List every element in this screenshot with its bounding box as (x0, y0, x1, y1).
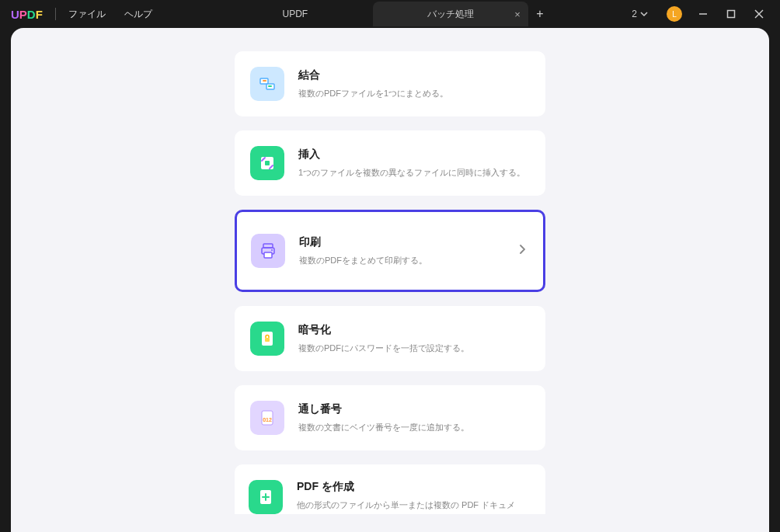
svg-rect-13 (265, 338, 270, 342)
card-body: PDF を作成 他の形式のファイルから単一または複数の PDF ドキュメ (297, 478, 528, 512)
svg-rect-1 (728, 11, 735, 18)
close-icon[interactable]: × (514, 9, 521, 20)
close-button[interactable] (752, 7, 766, 21)
card-insert[interactable]: 挿入 1つのファイルを複数の異なるファイルに同時に挿入する。 (235, 130, 545, 196)
card-title: 結合 (298, 68, 527, 82)
minimize-button[interactable] (696, 7, 710, 21)
card-bates[interactable]: 012 通し番号 複数の文書にベイツ番号を一度に追加する。 (235, 385, 545, 450)
insert-icon (250, 146, 284, 180)
merge-icon (250, 67, 284, 101)
card-body: 通し番号 複数の文書にベイツ番号を一度に追加する。 (298, 402, 527, 434)
card-desc: 複数のPDFにパスワードを一括で設定する。 (298, 342, 527, 355)
card-desc: 複数のPDFファイルを1つにまとめる。 (298, 87, 527, 100)
card-body: 印刷 複数のPDFをまとめて印刷する。 (299, 235, 518, 267)
svg-rect-7 (265, 161, 270, 165)
card-desc: 1つのファイルを複数の異なるファイルに同時に挿入する。 (298, 166, 527, 179)
chevron-right-icon (518, 244, 526, 258)
card-merge[interactable]: 結合 複数のPDFファイルを1つにまとめる。 (235, 51, 545, 116)
minimize-icon (698, 9, 708, 19)
maximize-icon (726, 9, 736, 19)
svg-point-11 (271, 249, 273, 251)
card-desc: 複数のPDFをまとめて印刷する。 (299, 254, 518, 267)
tab-label: バッチ処理 (427, 8, 474, 21)
tab-batch[interactable]: バッチ処理 × (373, 2, 528, 26)
tab-label: UPDF (283, 9, 308, 19)
create-icon (249, 480, 283, 514)
window-controls: 2 L (632, 6, 780, 22)
bates-icon: 012 (250, 401, 284, 435)
lock-icon (250, 322, 284, 356)
content-area: 結合 複数のPDFファイルを1つにまとめる。 挿入 1つのファイルを複数の異なる… (11, 28, 769, 532)
card-title: 暗号化 (298, 323, 527, 337)
menu-file[interactable]: ファイル (68, 8, 106, 21)
card-print[interactable]: 印刷 複数のPDFをまとめて印刷する。 (235, 210, 545, 292)
close-icon (754, 9, 764, 19)
title-bar: UPDF ファイル ヘルプ UPDF バッチ処理 × + 2 L (0, 0, 780, 28)
card-body: 暗号化 複数のPDFにパスワードを一括で設定する。 (298, 323, 527, 355)
card-desc: 他の形式のファイルから単一または複数の PDF ドキュメ (297, 499, 528, 512)
card-title: 挿入 (298, 148, 527, 162)
chevron-down-icon (640, 10, 648, 18)
window-count[interactable]: 2 (632, 9, 648, 19)
card-title: 印刷 (299, 235, 518, 249)
batch-card-list: 結合 複数のPDFファイルを1つにまとめる。 挿入 1つのファイルを複数の異なる… (235, 28, 545, 514)
card-body: 結合 複数のPDFファイルを1つにまとめる。 (298, 68, 527, 100)
app-logo: UPDF (11, 8, 43, 21)
maximize-button[interactable] (724, 7, 738, 21)
tab-updf[interactable]: UPDF (218, 2, 373, 26)
tab-strip: UPDF バッチ処理 × + (218, 0, 552, 28)
avatar[interactable]: L (667, 6, 682, 22)
card-title: 通し番号 (298, 402, 527, 416)
separator (55, 8, 56, 20)
menu-help[interactable]: ヘルプ (124, 8, 152, 21)
card-title: PDF を作成 (297, 480, 528, 494)
card-create-pdf[interactable]: PDF を作成 他の形式のファイルから単一または複数の PDF ドキュメ (235, 464, 545, 514)
add-tab-button[interactable]: + (528, 7, 552, 21)
svg-rect-10 (264, 252, 272, 258)
card-desc: 複数の文書にベイツ番号を一度に追加する。 (298, 421, 527, 434)
svg-text:012: 012 (263, 417, 272, 422)
printer-icon (251, 234, 285, 268)
card-encrypt[interactable]: 暗号化 複数のPDFにパスワードを一括で設定する。 (235, 306, 545, 371)
card-body: 挿入 1つのファイルを複数の異なるファイルに同時に挿入する。 (298, 148, 527, 179)
